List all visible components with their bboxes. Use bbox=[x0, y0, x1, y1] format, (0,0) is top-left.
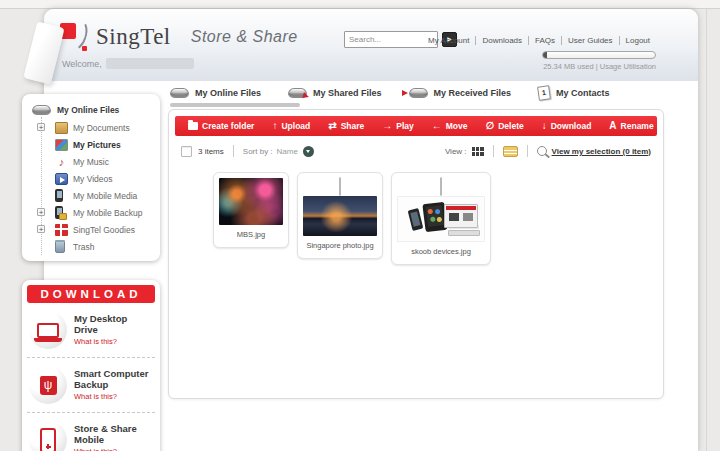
file-toolbar: Create folder ↑ Upload ⇄ Share → Play ← … bbox=[175, 116, 657, 136]
top-nav: My Account Downloads FAQs User Guides Lo… bbox=[422, 36, 656, 45]
file-checkbox[interactable] bbox=[339, 177, 341, 196]
file-thumbnail bbox=[397, 196, 485, 242]
sort-by-label: Sort by : bbox=[243, 147, 273, 156]
play-button[interactable]: → Play bbox=[373, 121, 423, 131]
file-card-mbs[interactable]: MBS.jpg bbox=[213, 172, 289, 248]
tab-my-contacts[interactable]: 1 My Contacts bbox=[538, 86, 610, 100]
download-button[interactable]: ↓ Download bbox=[533, 121, 601, 131]
nav-my-account[interactable]: My Account bbox=[422, 36, 475, 45]
folder-tree-children: + My Documents My Pictures ♪ My Music My… bbox=[41, 117, 160, 255]
share-icon: ⇄ bbox=[328, 121, 336, 131]
tab-my-received-files[interactable]: My Received Files bbox=[409, 88, 512, 98]
nav-downloads[interactable]: Downloads bbox=[475, 36, 528, 45]
singtel-logo: SingTel Store & Share bbox=[60, 20, 298, 50]
play-icon: → bbox=[382, 121, 392, 131]
files-panel: Create folder ↑ Upload ⇄ Share → Play ← … bbox=[168, 109, 664, 399]
delete-button[interactable]: ∅ Delete bbox=[477, 121, 533, 131]
download-item-title: Store & Share Mobile bbox=[74, 424, 153, 446]
mobile-phone-icon bbox=[40, 428, 56, 451]
sidebar-item-my-online-files[interactable]: My Online Files bbox=[32, 102, 160, 117]
expand-icon[interactable]: + bbox=[37, 225, 45, 233]
search-magnifier-icon[interactable] bbox=[537, 146, 547, 156]
download-panel: DOWNLOAD My Desktop Drive What is this? … bbox=[22, 280, 160, 451]
file-grid: MBS.jpg Singapore photo.jpg skoob device… bbox=[169, 160, 663, 265]
sidebar-item-my-mobile-backup[interactable]: + My Mobile Backup bbox=[42, 204, 160, 221]
shared-drive-icon bbox=[288, 88, 307, 98]
music-note-icon: ♪ bbox=[55, 156, 68, 168]
list-view-icon[interactable] bbox=[503, 146, 518, 157]
app-title: Store & Share bbox=[191, 28, 298, 46]
usage-bar bbox=[542, 51, 656, 59]
sidebar-item-my-videos[interactable]: My Videos bbox=[42, 170, 160, 187]
expand-icon[interactable]: + bbox=[37, 208, 45, 216]
nav-logout[interactable]: Logout bbox=[619, 36, 656, 45]
nav-faqs[interactable]: FAQs bbox=[528, 36, 561, 45]
usage-text: 25.34 MB used | Usage Utilisation bbox=[536, 62, 656, 71]
upload-button[interactable]: ↑ Upload bbox=[263, 121, 319, 131]
folder-icon bbox=[188, 122, 198, 130]
rename-button[interactable]: A Rename bbox=[600, 121, 662, 131]
download-my-desktop-drive[interactable]: My Desktop Drive What is this? bbox=[27, 303, 155, 358]
what-is-this-link[interactable]: What is this? bbox=[74, 393, 153, 402]
documents-folder-icon bbox=[55, 122, 68, 134]
view-selection-link[interactable]: View my selection (0 item) bbox=[552, 147, 651, 156]
sidebar-item-my-pictures[interactable]: My Pictures bbox=[42, 136, 160, 153]
trash-icon bbox=[55, 241, 65, 253]
download-icon: ↓ bbox=[542, 121, 547, 131]
usb-icon-circle: ψ bbox=[29, 366, 67, 404]
sort-value[interactable]: Name bbox=[277, 147, 298, 156]
share-button[interactable]: ⇄ Share bbox=[319, 121, 373, 131]
download-panel-title: DOWNLOAD bbox=[27, 285, 155, 303]
upload-icon: ↑ bbox=[272, 121, 277, 131]
sidebar-item-singtel-goodies[interactable]: + SingTel Goodies bbox=[42, 221, 160, 238]
move-icon: ← bbox=[432, 121, 442, 131]
sidebar-item-my-documents[interactable]: + My Documents bbox=[42, 119, 160, 136]
file-thumbnail bbox=[219, 178, 283, 225]
tab-my-shared-files[interactable]: My Shared Files bbox=[288, 88, 382, 98]
select-all-checkbox[interactable] bbox=[181, 146, 192, 157]
divider bbox=[233, 145, 234, 157]
contacts-card-icon: 1 bbox=[537, 85, 551, 101]
expand-icon[interactable]: + bbox=[37, 123, 45, 131]
download-store-share-mobile[interactable]: Store & Share Mobile What is this? bbox=[27, 413, 155, 451]
desktop-top-strip bbox=[0, 0, 720, 9]
move-button[interactable]: ← Move bbox=[423, 121, 477, 131]
receive-arrow-icon bbox=[402, 90, 408, 96]
sidebar-item-trash[interactable]: Trash bbox=[42, 238, 160, 255]
drive-icon bbox=[170, 88, 189, 98]
phone-graphic bbox=[408, 208, 424, 231]
page-right-edge bbox=[706, 9, 707, 451]
mobile-backup-icon bbox=[55, 206, 63, 219]
mobile-icon-circle bbox=[29, 421, 67, 451]
tab-my-online-files[interactable]: My Online Files bbox=[170, 88, 261, 98]
download-item-title: My Desktop Drive bbox=[74, 314, 153, 336]
header: SingTel Store & Share ▶ My Account Downl… bbox=[44, 9, 698, 81]
grid-view-icon[interactable] bbox=[472, 147, 484, 156]
what-is-this-link[interactable]: What is this? bbox=[74, 448, 153, 451]
rename-icon: A bbox=[609, 121, 616, 131]
active-tab-indicator bbox=[170, 103, 300, 107]
download-smart-computer-backup[interactable]: ψ Smart Computer Backup What is this? bbox=[27, 358, 155, 413]
sidebar-item-my-music[interactable]: ♪ My Music bbox=[42, 153, 160, 170]
drive-icon bbox=[32, 105, 51, 115]
download-item-title: Smart Computer Backup bbox=[74, 369, 153, 391]
keyboard-graphic bbox=[448, 230, 480, 236]
mobile-media-icon bbox=[55, 189, 63, 202]
folder-tree-panel: My Online Files + My Documents My Pictur… bbox=[22, 94, 160, 261]
divider bbox=[493, 145, 494, 157]
nav-user-guides[interactable]: User Guides bbox=[561, 36, 618, 45]
view-label: View : bbox=[445, 147, 467, 156]
file-name: Singapore photo.jpg bbox=[303, 241, 377, 250]
redacted-username bbox=[106, 58, 194, 69]
pictures-icon bbox=[55, 139, 68, 151]
sort-direction-button[interactable] bbox=[303, 146, 314, 157]
file-card-singapore-photo[interactable]: Singapore photo.jpg bbox=[297, 172, 383, 259]
what-is-this-link[interactable]: What is this? bbox=[74, 338, 153, 347]
file-card-skoob-devices[interactable]: skoob devices.jpg bbox=[391, 172, 491, 265]
welcome-text: Welcome, bbox=[62, 58, 194, 69]
file-checkbox[interactable] bbox=[440, 177, 442, 196]
list-controls: 3 items Sort by : Name View : View my se… bbox=[181, 142, 651, 160]
create-folder-button[interactable]: Create folder bbox=[179, 121, 263, 131]
tab-bar: My Online Files My Shared Files My Recei… bbox=[170, 86, 610, 100]
sidebar-item-my-mobile-media[interactable]: My Mobile Media bbox=[42, 187, 160, 204]
